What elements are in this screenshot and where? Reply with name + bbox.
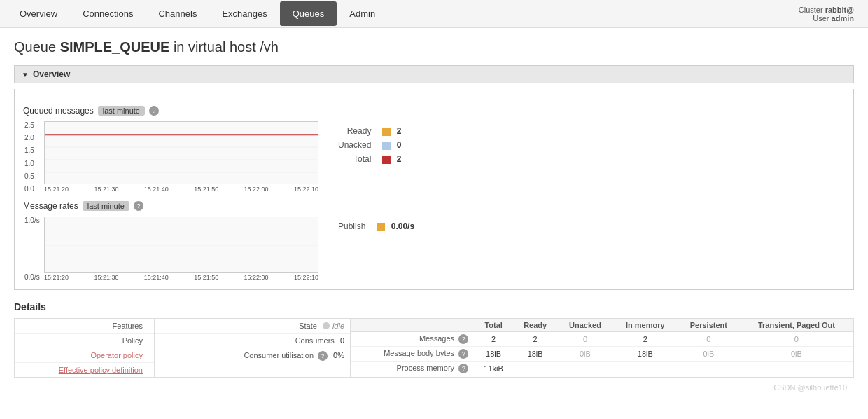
legend-ready-label: Ready	[332, 124, 377, 138]
tab-exchanges[interactable]: Exchanges	[209, 1, 279, 26]
stats-header-ready: Ready	[513, 319, 557, 332]
table-row: Process memory ? 11kiB	[351, 362, 853, 376]
overview-section-label: Overview	[33, 69, 70, 79]
messages-total: 2	[474, 332, 513, 347]
messages-transient: 0	[740, 332, 853, 347]
messages-inmemory: 2	[613, 332, 678, 347]
messages-row-label: Messages ?	[351, 332, 474, 347]
consumers-label: Consumers	[160, 336, 340, 345]
queued-messages-help-icon[interactable]: ?	[149, 106, 159, 116]
nav-tabs: Overview Connections Channels Exchanges …	[7, 1, 388, 26]
overview-section-header[interactable]: ▼ Overview	[14, 65, 854, 83]
msgbytes-help-icon[interactable]: ?	[458, 349, 468, 359]
messages-help-icon[interactable]: ?	[458, 334, 468, 344]
user-label: User	[813, 14, 829, 22]
procmem-total: 11kiB	[474, 362, 513, 376]
consumer-utilisation-label: Consumer utilisation ?	[160, 351, 333, 361]
overview-arrow-icon: ▼	[22, 71, 29, 78]
effective-policy-label[interactable]: Effective policy definition	[20, 366, 148, 374]
msgbytes-unacked: 0iB	[557, 347, 613, 362]
queued-messages-chart-wrapper: 2.5 2.0 1.5 1.0 0.5 0.0	[44, 121, 318, 193]
queued-messages-charts-row: 2.5 2.0 1.5 1.0 0.5 0.0	[23, 121, 845, 193]
policy-label: Policy	[20, 336, 148, 345]
queued-messages-chart	[44, 121, 318, 184]
consumers-value: 0	[340, 336, 344, 345]
tab-admin[interactable]: Admin	[337, 1, 388, 26]
operator-policy-label[interactable]: Operator policy	[20, 351, 148, 359]
messages-ready: 2	[513, 332, 557, 347]
cluster-info: Cluster rabbit@ User admin	[799, 6, 861, 22]
table-row: Messages ? 2 2 0 2 0 0	[351, 332, 853, 347]
message-rates-chart	[44, 217, 318, 273]
tab-overview[interactable]: Overview	[7, 1, 70, 26]
message-rates-svg	[45, 217, 318, 273]
details-col2: State idle Consumers 0 Consumer utilisat…	[155, 319, 351, 377]
queue-name: SIMPLE_QUEUE	[60, 39, 170, 55]
stats-header-inmemory: In memory	[613, 319, 678, 332]
watermark: CSDN @silhouette10	[14, 383, 854, 392]
msgbytes-row-label: Message body bytes ?	[351, 347, 474, 362]
details-title: Details	[14, 301, 854, 312]
msgbytes-inmemory: 18iB	[613, 347, 678, 362]
queued-messages-legend: Ready 2 Unacked 0 Tota	[332, 124, 407, 166]
features-label: Features	[20, 322, 148, 330]
message-rates-legend: Publish 0.00/s	[332, 219, 420, 233]
stats-table: Total Ready Unacked In memory Persistent…	[351, 319, 853, 376]
detail-policy: Policy	[15, 334, 154, 348]
legend-publish-color-icon	[377, 223, 385, 231]
page-content: Queue SIMPLE_QUEUE in virtual host /vh ▼…	[0, 28, 868, 403]
messages-unacked: 0	[557, 332, 613, 347]
legend-ready-value: 2	[377, 124, 407, 138]
consumer-utilisation-help-icon[interactable]: ?	[318, 351, 328, 361]
overview-section-body: Queued messages last minute ? 2.5 2.0 1.…	[14, 89, 854, 290]
legend-publish-value: 0.00/s	[371, 219, 420, 233]
msgbytes-persistent: 0iB	[678, 347, 740, 362]
message-rates-badge: last minute	[83, 201, 130, 211]
details-stats: Total Ready Unacked In memory Persistent…	[351, 319, 853, 377]
legend-ready-color-icon	[382, 128, 391, 136]
detail-features: Features	[15, 319, 154, 334]
page-title: Queue SIMPLE_QUEUE in virtual host /vh	[14, 39, 854, 55]
queued-messages-badge: last minute	[98, 106, 145, 116]
vhost: /vh	[260, 39, 279, 55]
state-value: idle	[332, 322, 344, 330]
legend-publish-label: Publish	[332, 219, 371, 233]
stats-header-rowlabel	[351, 319, 474, 332]
legend-unacked-label: Unacked	[332, 138, 377, 152]
detail-effective-policy: Effective policy definition	[15, 363, 154, 377]
queued-messages-y-labels: 2.5 2.0 1.5 1.0 0.5 0.0	[24, 121, 34, 193]
queued-messages-label: Queued messages last minute ?	[23, 106, 845, 116]
stats-header-transient: Transient, Paged Out	[740, 319, 853, 332]
tab-connections[interactable]: Connections	[70, 1, 146, 26]
message-rates-help-icon[interactable]: ?	[134, 201, 144, 211]
stats-header-total: Total	[474, 319, 513, 332]
procmem-help-icon[interactable]: ?	[458, 364, 468, 373]
message-rates-label: Message rates last minute ?	[23, 201, 845, 211]
top-bar: Overview Connections Channels Exchanges …	[0, 0, 868, 28]
state-label: State	[160, 322, 323, 330]
legend-total-color-icon	[382, 156, 391, 164]
msgbytes-ready: 18iB	[513, 347, 557, 362]
queued-messages-svg	[45, 122, 318, 185]
cluster-label: Cluster	[799, 6, 823, 14]
detail-consumer-utilisation: Consumer utilisation ? 0%	[155, 348, 350, 364]
consumer-utilisation-value: 0%	[333, 351, 344, 361]
detail-operator-policy: Operator policy	[15, 348, 154, 363]
details-col1: Features Policy Operator policy Effectiv…	[15, 319, 155, 377]
cluster-name: rabbit@	[825, 6, 854, 14]
legend-total-label: Total	[332, 152, 377, 166]
message-rates-chart-wrapper: 1.0/s 0.0/s 15:21:20 15:21:30 15:21:40 1…	[44, 217, 318, 281]
stats-header-persistent: Persistent	[678, 319, 740, 332]
tab-queues[interactable]: Queues	[280, 1, 337, 26]
queued-messages-x-labels: 15:21:20 15:21:30 15:21:40 15:21:50 15:2…	[44, 186, 318, 193]
state-indicator-icon	[323, 322, 330, 329]
message-rates-charts-row: 1.0/s 0.0/s 15:21:20 15:21:30 15:21:40 1…	[23, 217, 845, 281]
message-rates-x-labels: 15:21:20 15:21:30 15:21:40 15:21:50 15:2…	[44, 274, 318, 281]
detail-state: State idle	[155, 319, 350, 334]
messages-persistent: 0	[678, 332, 740, 347]
msgbytes-transient: 0iB	[740, 347, 853, 362]
tab-channels[interactable]: Channels	[146, 1, 209, 26]
message-rates-y-labels: 1.0/s 0.0/s	[24, 217, 40, 281]
legend-unacked-color-icon	[382, 142, 391, 150]
legend-total-value: 2	[377, 152, 407, 166]
